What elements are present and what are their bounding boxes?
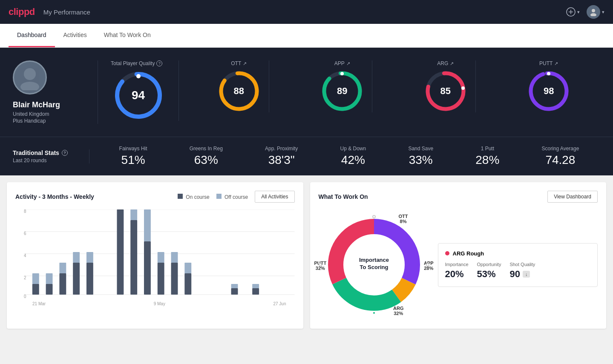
svg-rect-52	[184, 263, 191, 273]
metric-importance: Importance 20%	[445, 262, 469, 280]
svg-point-9	[136, 74, 141, 78]
dot-top	[372, 215, 376, 218]
stat-greens: Greens In Reg 63%	[190, 146, 223, 167]
putt-value: 98	[544, 86, 554, 97]
arg-circle: 85	[424, 70, 467, 112]
shot-quality-tag: ↓	[523, 271, 530, 278]
svg-rect-50	[171, 252, 178, 263]
svg-point-14	[340, 72, 344, 75]
info-card-title: ARG Rough	[445, 250, 591, 257]
logo[interactable]: clippd	[9, 6, 35, 17]
svg-point-5	[24, 68, 36, 80]
user-menu[interactable]: ▾	[587, 5, 604, 19]
svg-rect-47	[158, 263, 164, 295]
traditional-stats-help[interactable]: ?	[62, 150, 68, 156]
app-value: 89	[337, 86, 347, 97]
arg-arrow: ↗	[450, 61, 454, 66]
svg-rect-43	[130, 220, 137, 295]
metric-shot-quality: Shot Quality 90 ↓	[509, 262, 535, 280]
lower-section: Activity - 3 Months - Weekly On course O…	[0, 175, 613, 335]
svg-rect-39	[86, 263, 93, 295]
svg-point-17	[461, 86, 465, 90]
player-avatar	[13, 60, 47, 95]
activity-chart-title: Activity - 3 Months - Weekly	[15, 193, 94, 200]
stat-scoring: Scoring Average 74.28	[542, 146, 579, 167]
svg-text:2: 2	[24, 275, 26, 280]
player-info: Blair McHarg United Kingdom Plus Handica…	[13, 60, 98, 124]
stat-fairways: Fairways Hit 51%	[119, 146, 147, 167]
header: clippd My Performance ▾ ▾	[0, 0, 613, 24]
stats-label-group: Traditional Stats ? Last 20 rounds	[13, 149, 89, 163]
all-activities-button[interactable]: All Activities	[255, 191, 294, 203]
header-right: ▾ ▾	[566, 5, 604, 19]
info-metrics: Importance 20% Opportunity 53% Shot Qual…	[445, 262, 591, 280]
player-country: United Kingdom	[13, 111, 49, 117]
svg-text:Importance: Importance	[359, 257, 389, 263]
total-quality-label: Total Player Quality ?	[111, 60, 162, 66]
tab-activities[interactable]: Activities	[55, 24, 95, 47]
svg-rect-38	[73, 252, 80, 263]
donut-chart-svg: Importance To Scoring	[319, 209, 429, 320]
svg-rect-51	[184, 273, 191, 295]
tabs: Dashboard Activities What To Work On	[0, 24, 613, 48]
legend-off-course: Off course	[224, 194, 248, 200]
traditional-stats-title: Traditional Stats	[13, 149, 59, 156]
svg-rect-35	[59, 273, 66, 295]
ott-circle: 88	[218, 70, 260, 112]
activity-card-header: Activity - 3 Months - Weekly On course O…	[15, 191, 295, 203]
ott-value: 88	[234, 86, 244, 97]
dot-right	[426, 263, 429, 267]
scores-section: Total Player Quality ? 94 OTT	[98, 60, 600, 124]
total-quality-value: 94	[132, 89, 145, 102]
x-axis: 21 Mar 9 May 27 Jun	[24, 301, 295, 306]
avatar	[587, 5, 600, 19]
svg-rect-54	[231, 284, 238, 288]
svg-text:6: 6	[24, 231, 26, 236]
activity-legend: On course Off course	[178, 194, 248, 200]
arg-value: 85	[440, 86, 451, 97]
svg-text:0: 0	[24, 294, 26, 299]
sub-score-ott: OTT ↗ 88	[209, 60, 269, 112]
dot-left	[319, 263, 322, 267]
svg-rect-46	[144, 209, 151, 241]
svg-point-6	[20, 82, 39, 90]
svg-rect-48	[158, 252, 164, 263]
sub-scores: OTT ↗ 88 APP ↗	[179, 60, 600, 112]
metric-opportunity: Opportunity 53%	[477, 262, 501, 280]
svg-rect-53	[231, 288, 238, 295]
stat-updown: Up & Down 42%	[340, 146, 366, 167]
activity-card: Activity - 3 Months - Weekly On course O…	[7, 182, 303, 329]
total-quality-help[interactable]: ?	[156, 60, 162, 66]
add-icon[interactable]: ▾	[566, 7, 580, 17]
segment-label-ott: OTT8%	[399, 214, 408, 224]
arg-dot	[445, 251, 449, 255]
svg-rect-31	[32, 284, 39, 295]
stat-1putt: 1 Putt 28%	[475, 146, 499, 167]
info-detail-card: ARG Rough Importance 20% Opportunity 53%…	[438, 243, 598, 287]
putt-circle: 98	[527, 70, 570, 112]
svg-text:To Scoring: To Scoring	[360, 264, 388, 270]
tab-dashboard[interactable]: Dashboard	[9, 24, 55, 47]
hero-section: Blair McHarg United Kingdom Plus Handica…	[0, 48, 613, 137]
svg-rect-32	[32, 273, 39, 284]
svg-rect-37	[73, 263, 80, 295]
sub-score-arg: ARG ↗ 85	[416, 60, 476, 112]
svg-rect-55	[252, 288, 259, 295]
view-dashboard-button[interactable]: View Dashboard	[547, 191, 598, 203]
dot-bottom	[372, 311, 376, 315]
svg-rect-45	[144, 241, 151, 295]
tab-what-to-work-on[interactable]: What To Work On	[95, 24, 159, 47]
player-name: Blair McHarg	[13, 100, 60, 109]
sub-score-putt: PUTT ↗ 98	[519, 60, 578, 112]
svg-rect-36	[59, 263, 66, 273]
ott-arrow: ↗	[243, 61, 247, 66]
svg-point-3	[592, 9, 595, 12]
donut-chart-container: Importance To Scoring OTT8% APP28% ARG32…	[319, 209, 429, 320]
sub-score-app: APP ↗ 89	[312, 60, 372, 112]
svg-rect-41	[117, 209, 124, 295]
putt-arrow: ↗	[554, 61, 558, 66]
svg-point-20	[547, 72, 550, 75]
work-on-content: Importance To Scoring OTT8% APP28% ARG32…	[319, 209, 598, 320]
stat-sandsave: Sand Save 33%	[408, 146, 433, 167]
header-title: My Performance	[43, 9, 90, 16]
